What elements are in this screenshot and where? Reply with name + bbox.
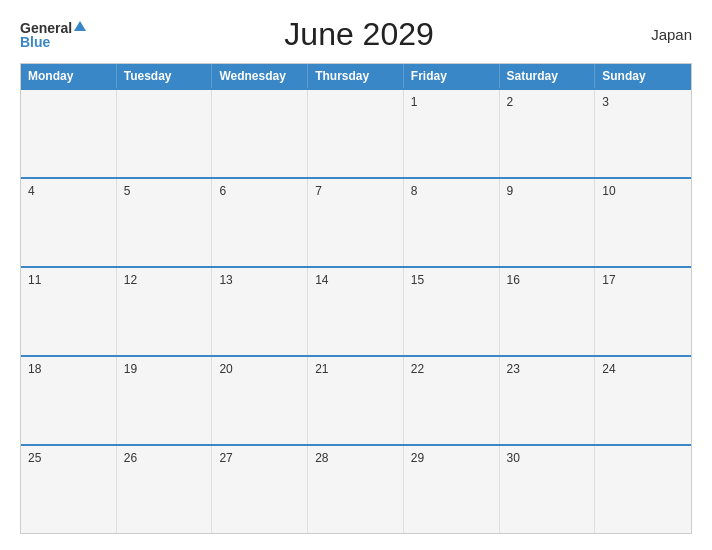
calendar-day: 8 (404, 179, 500, 266)
logo-blue-text: Blue (20, 35, 50, 49)
calendar-day: 18 (21, 357, 117, 444)
day-number: 30 (507, 451, 520, 465)
weekday-header: Monday (21, 64, 117, 88)
calendar-day: 5 (117, 179, 213, 266)
calendar-day: 13 (212, 268, 308, 355)
day-number: 15 (411, 273, 424, 287)
day-number: 9 (507, 184, 514, 198)
calendar-day: 28 (308, 446, 404, 533)
day-number: 11 (28, 273, 41, 287)
calendar-header: MondayTuesdayWednesdayThursdayFridaySatu… (21, 64, 691, 88)
calendar-day: 3 (595, 90, 691, 177)
calendar-day: 30 (500, 446, 596, 533)
calendar-day (212, 90, 308, 177)
calendar-day: 7 (308, 179, 404, 266)
calendar-day (595, 446, 691, 533)
calendar-week: 11121314151617 (21, 266, 691, 355)
calendar-day: 10 (595, 179, 691, 266)
logo-general-text: General (20, 21, 72, 35)
calendar-day (21, 90, 117, 177)
calendar-day: 12 (117, 268, 213, 355)
day-number: 7 (315, 184, 322, 198)
day-number: 18 (28, 362, 41, 376)
calendar-week: 45678910 (21, 177, 691, 266)
day-number: 3 (602, 95, 609, 109)
calendar-day: 15 (404, 268, 500, 355)
day-number: 24 (602, 362, 615, 376)
calendar-day: 23 (500, 357, 596, 444)
calendar-day: 25 (21, 446, 117, 533)
day-number: 5 (124, 184, 131, 198)
day-number: 6 (219, 184, 226, 198)
day-number: 16 (507, 273, 520, 287)
day-number: 12 (124, 273, 137, 287)
calendar-day: 14 (308, 268, 404, 355)
calendar-day: 20 (212, 357, 308, 444)
weekday-header: Sunday (595, 64, 691, 88)
calendar-day: 1 (404, 90, 500, 177)
calendar-day: 24 (595, 357, 691, 444)
calendar-day: 4 (21, 179, 117, 266)
day-number: 25 (28, 451, 41, 465)
country-label: Japan (632, 26, 692, 43)
page: General Blue June 2029 Japan MondayTuesd… (0, 0, 712, 550)
day-number: 13 (219, 273, 232, 287)
weekday-header: Wednesday (212, 64, 308, 88)
calendar-day: 22 (404, 357, 500, 444)
day-number: 19 (124, 362, 137, 376)
day-number: 20 (219, 362, 232, 376)
logo: General Blue (20, 21, 86, 49)
calendar-title: June 2029 (86, 16, 632, 53)
calendar-week: 123 (21, 88, 691, 177)
calendar-day: 16 (500, 268, 596, 355)
calendar-week: 18192021222324 (21, 355, 691, 444)
day-number: 21 (315, 362, 328, 376)
day-number: 29 (411, 451, 424, 465)
day-number: 8 (411, 184, 418, 198)
calendar-day: 27 (212, 446, 308, 533)
header: General Blue June 2029 Japan (20, 16, 692, 53)
day-number: 2 (507, 95, 514, 109)
day-number: 27 (219, 451, 232, 465)
calendar-day: 21 (308, 357, 404, 444)
weekday-header: Tuesday (117, 64, 213, 88)
day-number: 26 (124, 451, 137, 465)
day-number: 23 (507, 362, 520, 376)
calendar-day: 6 (212, 179, 308, 266)
weekday-header: Friday (404, 64, 500, 88)
logo-triangle-icon (74, 21, 86, 31)
calendar-week: 252627282930 (21, 444, 691, 533)
day-number: 28 (315, 451, 328, 465)
calendar: MondayTuesdayWednesdayThursdayFridaySatu… (20, 63, 692, 534)
calendar-day: 11 (21, 268, 117, 355)
calendar-day: 26 (117, 446, 213, 533)
calendar-day: 29 (404, 446, 500, 533)
weekday-header: Thursday (308, 64, 404, 88)
calendar-body: 1234567891011121314151617181920212223242… (21, 88, 691, 533)
day-number: 10 (602, 184, 615, 198)
calendar-day: 9 (500, 179, 596, 266)
calendar-day (308, 90, 404, 177)
day-number: 4 (28, 184, 35, 198)
day-number: 1 (411, 95, 418, 109)
weekday-header: Saturday (500, 64, 596, 88)
day-number: 17 (602, 273, 615, 287)
calendar-day: 19 (117, 357, 213, 444)
calendar-day (117, 90, 213, 177)
calendar-day: 17 (595, 268, 691, 355)
day-number: 22 (411, 362, 424, 376)
day-number: 14 (315, 273, 328, 287)
calendar-day: 2 (500, 90, 596, 177)
